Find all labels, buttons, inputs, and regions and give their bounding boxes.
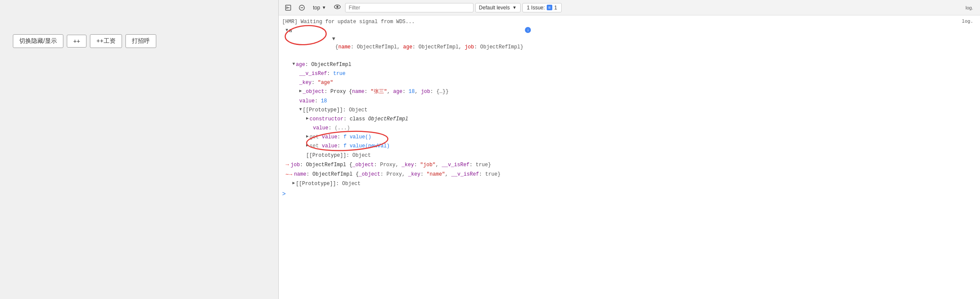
- get-value-key: value: [322, 133, 337, 141]
- log-ref-link[interactable]: log.: [962, 19, 973, 24]
- obj-root-label: a: [289, 27, 295, 35]
- obj-root-line[interactable]: a ▼ {name: ObjectRefImpl, age: ObjectRef…: [279, 27, 980, 60]
- proto-nested-line: [[Prototype]]: Object: [279, 151, 980, 160]
- object-val: Proxy {: [331, 88, 352, 96]
- key-line: _key: "age": [279, 78, 980, 87]
- get-value-line[interactable]: get value: f value(): [279, 133, 980, 142]
- hmr-source-ref[interactable]: log.: [962, 19, 977, 24]
- filter-input[interactable]: [345, 3, 474, 12]
- name-val: ObjectRefImpl {: [313, 170, 359, 179]
- prototype-line[interactable]: [[Prototype]]: Object: [279, 106, 980, 115]
- default-levels-arrow: ▼: [512, 5, 517, 10]
- obj-age-line[interactable]: age: ObjectRefImpl: [279, 60, 980, 69]
- toggle-age[interactable]: [292, 61, 295, 68]
- name-line: ∼→ name: ObjectRefImpl {_object: Proxy, …: [279, 170, 980, 180]
- console-content: [HMR] Waiting for update signal from WDS…: [279, 15, 980, 299]
- default-levels-label: Default levels: [479, 5, 510, 11]
- job-key: job: [291, 161, 300, 169]
- v-isref-key: __v_isRef: [299, 70, 327, 78]
- object-proxy-line[interactable]: _object: Proxy {name: "张三", age: 18, job…: [279, 87, 980, 96]
- toggle-get[interactable]: [306, 133, 309, 140]
- job-arrow: →: [286, 161, 289, 170]
- age-val: ObjectRefImpl: [311, 61, 351, 69]
- object-root-container: a ▼ {name: ObjectRefImpl, age: ObjectRef…: [279, 27, 980, 60]
- devtools-toolbar: top ▼ Default levels ▼ 1 Issue: ≡ 1 log.: [279, 0, 980, 15]
- toggle-prototype[interactable]: [299, 106, 302, 113]
- increment-button[interactable]: ++: [67, 35, 86, 48]
- obj-root-content: ▼ {name: ObjectRefImpl, age: ObjectRefIm…: [295, 27, 523, 60]
- eye-button[interactable]: [331, 2, 343, 13]
- prompt-line: >: [279, 189, 980, 199]
- toggle-proto-bottom[interactable]: [292, 180, 295, 187]
- toggle-a[interactable]: [286, 27, 288, 34]
- issue-icon: ≡: [547, 5, 553, 10]
- prompt-symbol: >: [282, 191, 286, 197]
- greet-button[interactable]: 打招呼: [125, 34, 156, 48]
- value-dots-line: value: (...): [279, 124, 980, 133]
- toggle-object[interactable]: [299, 88, 302, 95]
- devtools-panel: top ▼ Default levels ▼ 1 Issue: ≡ 1 log.: [278, 0, 980, 299]
- get-label: get: [310, 133, 322, 141]
- no-entry-button[interactable]: [296, 3, 308, 13]
- constructor-line[interactable]: constructor: class ObjectRefImpl: [279, 115, 980, 124]
- toggle-set[interactable]: [306, 142, 309, 149]
- getset-container: get value: f value() set value: f value(…: [279, 133, 980, 151]
- set-value-key: value: [322, 142, 337, 150]
- set-value-func: f value(newVal): [343, 142, 390, 150]
- no-entry-icon: [298, 4, 305, 11]
- log-link: log.: [962, 4, 977, 11]
- value-18-line: value: 18: [279, 97, 980, 106]
- v-isref-line: __v_isRef: true: [279, 69, 980, 78]
- hmr-line: [HMR] Waiting for update signal from WDS…: [279, 17, 980, 27]
- object-key: _object: [303, 88, 324, 96]
- name-key: name: [294, 170, 307, 179]
- execute-script-button[interactable]: [282, 3, 294, 13]
- button-group: 切换隐藏/显示 ++ ++工资 打招呼: [13, 34, 156, 48]
- proto-bottom-line[interactable]: [[Prototype]]: Object: [279, 179, 980, 188]
- toggle-visibility-button[interactable]: 切换隐藏/显示: [13, 34, 63, 48]
- set-label: set: [310, 142, 322, 150]
- constructor-key: constructor: [310, 115, 343, 123]
- value-val: 18: [321, 97, 327, 105]
- value-dots-key: value: [313, 124, 328, 132]
- proto-nested-label: [[Prototype]]: [306, 152, 346, 160]
- console-area: [HMR] Waiting for update signal from WDS…: [279, 15, 980, 299]
- issue-count: 1: [554, 5, 557, 11]
- job-line: → job: ObjectRefImpl {_object: Proxy, _k…: [279, 160, 980, 170]
- value-dots-val: (...): [334, 124, 350, 132]
- key-val: "age": [318, 79, 333, 87]
- constructor-val: class ObjectRefImpl: [350, 115, 408, 123]
- issue-badge[interactable]: 1 Issue: ≡ 1: [522, 3, 562, 12]
- top-selector-button[interactable]: top ▼: [310, 4, 330, 12]
- toggle-constructor[interactable]: [306, 115, 309, 122]
- issue-label: 1 Issue:: [527, 5, 545, 11]
- v-isref-val: true: [333, 70, 346, 78]
- get-value-func: f value(): [343, 133, 371, 141]
- execute-script-icon: [285, 4, 292, 11]
- proto-bottom-label: [[Prototype]]: [296, 180, 336, 188]
- svg-point-6: [336, 6, 338, 8]
- value-key: value: [299, 97, 315, 105]
- default-levels-button[interactable]: Default levels ▼: [475, 3, 521, 12]
- top-selector-arrow: ▼: [322, 5, 326, 10]
- prototype-label: [[Prototype]]: [303, 106, 343, 114]
- top-selector-label: top: [313, 5, 320, 11]
- set-value-line[interactable]: set value: f value(newVal): [279, 142, 980, 151]
- age-key: age: [296, 61, 305, 69]
- left-panel: 切换隐藏/显示 ++ ++工资 打招呼: [0, 0, 278, 299]
- increment-salary-button[interactable]: ++工资: [90, 34, 122, 48]
- info-icon[interactable]: i: [525, 27, 531, 33]
- name-arrow: ∼→: [286, 170, 292, 179]
- key-key: _key: [299, 79, 312, 87]
- job-val: ObjectRefImpl {: [306, 161, 352, 169]
- eye-icon: [334, 3, 341, 10]
